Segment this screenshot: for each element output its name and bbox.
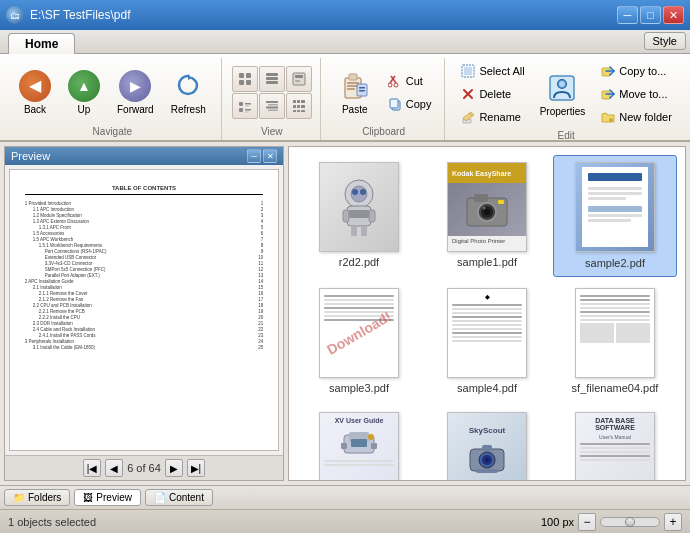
svg-point-62 bbox=[360, 189, 366, 195]
zoom-slider[interactable] bbox=[600, 517, 660, 527]
svg-rect-55 bbox=[602, 91, 610, 99]
move-to-button[interactable]: Move to... bbox=[595, 83, 677, 105]
new-folder-button[interactable]: New folder bbox=[595, 106, 677, 128]
svg-rect-12 bbox=[245, 103, 251, 105]
kodak-thumb: Kodak EasyShare bbox=[448, 163, 526, 251]
file-item-skyscout[interactable]: SkyScout ▶ CELESTRON skyscout.pdf bbox=[425, 405, 549, 481]
zoom-out-button[interactable]: − bbox=[578, 513, 596, 531]
style-button[interactable]: Style bbox=[644, 32, 686, 50]
file-item-sf-filename04[interactable]: sf_filename04.pdf bbox=[553, 281, 677, 401]
preview-prev-button[interactable]: ◀ bbox=[105, 459, 123, 477]
preview-first-button[interactable]: |◀ bbox=[83, 459, 101, 477]
preview-next-button[interactable]: ▶ bbox=[165, 459, 183, 477]
delete-button[interactable]: Delete bbox=[455, 83, 529, 105]
properties-button[interactable]: Properties bbox=[533, 67, 593, 122]
up-button[interactable]: ▲ Up bbox=[61, 65, 107, 120]
maximize-button[interactable]: □ bbox=[640, 6, 661, 24]
file-grid: r2d2.pdf Kodak EasyShare bbox=[289, 147, 685, 481]
preview-close-button[interactable]: ✕ bbox=[263, 149, 277, 163]
kodak-footer: Digital Photo Printer bbox=[448, 236, 526, 251]
copy-label: Copy bbox=[406, 98, 432, 110]
tab-content[interactable]: 📄 Content bbox=[145, 489, 213, 506]
edit-group-label: Edit bbox=[557, 130, 574, 144]
window-icon: 🗂 bbox=[6, 6, 24, 24]
paste-button[interactable]: Paste bbox=[331, 65, 379, 120]
cut-button[interactable]: Cut bbox=[382, 70, 437, 92]
copy-button[interactable]: Copy bbox=[382, 93, 437, 115]
file-name-sample1: sample1.pdf bbox=[457, 256, 517, 268]
svg-rect-87 bbox=[482, 445, 492, 451]
tab-preview[interactable]: 🖼 Preview bbox=[74, 489, 141, 506]
svg-rect-27 bbox=[293, 110, 296, 112]
edit-col-2: Copy to... Move to... bbox=[595, 60, 677, 128]
svg-point-40 bbox=[388, 83, 392, 87]
edit-col-1: Select All Delete bbox=[455, 60, 529, 128]
tab-folders[interactable]: 📁 Folders bbox=[4, 489, 70, 506]
svg-rect-36 bbox=[359, 87, 365, 89]
preview-titlebar-buttons: ─ ✕ bbox=[247, 149, 277, 163]
file-item-sample1[interactable]: Kodak EasyShare bbox=[425, 155, 549, 277]
cut-icon bbox=[387, 73, 403, 89]
close-button[interactable]: ✕ bbox=[663, 6, 684, 24]
file-thumbnail-sample2 bbox=[575, 162, 655, 252]
svg-rect-68 bbox=[349, 210, 369, 218]
back-button[interactable]: ◀ Back bbox=[12, 65, 58, 120]
zoom-level: 100 px bbox=[541, 516, 574, 528]
view-btn-6[interactable] bbox=[286, 93, 312, 119]
status-bar: 1 objects selected 100 px − + bbox=[0, 509, 690, 533]
preview-tab-label: Preview bbox=[96, 492, 132, 503]
content-icon: 📄 bbox=[154, 492, 166, 503]
doc-multi-thumb bbox=[576, 289, 654, 377]
view-group-label: View bbox=[261, 126, 283, 140]
tab-home[interactable]: Home bbox=[8, 33, 75, 54]
svg-point-41 bbox=[394, 83, 398, 87]
content-label: Content bbox=[169, 492, 204, 503]
select-all-label: Select All bbox=[479, 65, 524, 77]
file-item-sample4[interactable]: ◆ sample4.pdf bbox=[425, 281, 549, 401]
preview-last-button[interactable]: ▶| bbox=[187, 459, 205, 477]
svg-point-61 bbox=[352, 189, 358, 195]
zoom-in-button[interactable]: + bbox=[664, 513, 682, 531]
file-item-shuttle[interactable]: XV User Guide bbox=[297, 405, 421, 481]
svg-rect-23 bbox=[301, 100, 305, 103]
refresh-icon bbox=[172, 70, 204, 102]
svg-point-85 bbox=[485, 458, 489, 462]
minimize-button[interactable]: ─ bbox=[617, 6, 638, 24]
file-item-sample3[interactable]: Download! sample3.pdf bbox=[297, 281, 421, 401]
view-btn-1[interactable] bbox=[232, 66, 258, 92]
forward-button[interactable]: ▶ Forward bbox=[110, 65, 161, 120]
select-all-button[interactable]: Select All bbox=[455, 60, 529, 82]
copy-to-label: Copy to... bbox=[619, 65, 666, 77]
forward-label: Forward bbox=[117, 104, 154, 115]
file-item-ss59raid[interactable]: DATA BASE SOFTWARE User's Manual ss59 ra… bbox=[553, 405, 677, 481]
select-all-icon bbox=[460, 63, 476, 79]
view-btn-3[interactable] bbox=[286, 66, 312, 92]
svg-rect-45 bbox=[464, 67, 472, 75]
rename-icon bbox=[460, 109, 476, 125]
back-label: Back bbox=[24, 104, 46, 115]
new-folder-icon bbox=[600, 109, 616, 125]
status-right: 100 px − + bbox=[541, 513, 682, 531]
file-browser[interactable]: r2d2.pdf Kodak EasyShare bbox=[288, 146, 686, 481]
watermark-overlay: Download! bbox=[320, 289, 398, 377]
data-thumb: DATA BASE SOFTWARE User's Manual bbox=[576, 413, 654, 481]
copy-to-button[interactable]: Copy to... bbox=[595, 60, 677, 82]
preview-icon: 🖼 bbox=[83, 492, 93, 503]
view-btn-5[interactable] bbox=[259, 93, 285, 119]
preview-minimize-button[interactable]: ─ bbox=[247, 149, 261, 163]
svg-rect-70 bbox=[474, 194, 488, 202]
file-item-sample2[interactable]: sample2.pdf bbox=[553, 155, 677, 277]
view-btn-2[interactable] bbox=[259, 66, 285, 92]
svg-rect-64 bbox=[343, 210, 349, 222]
view-btn-4[interactable] bbox=[232, 93, 258, 119]
refresh-button[interactable]: Refresh bbox=[164, 65, 213, 120]
view-grid bbox=[232, 66, 312, 119]
svg-rect-6 bbox=[266, 77, 278, 80]
svg-rect-66 bbox=[351, 226, 357, 236]
rename-button[interactable]: Rename bbox=[455, 106, 529, 128]
file-item-r2d2[interactable]: r2d2.pdf bbox=[297, 155, 421, 277]
svg-rect-34 bbox=[347, 88, 355, 90]
skyscout-thumb: SkyScout ▶ CELESTRON bbox=[448, 413, 526, 481]
clipboard-buttons: Paste Cut bbox=[331, 60, 437, 124]
up-arrow: ▲ bbox=[68, 70, 100, 102]
